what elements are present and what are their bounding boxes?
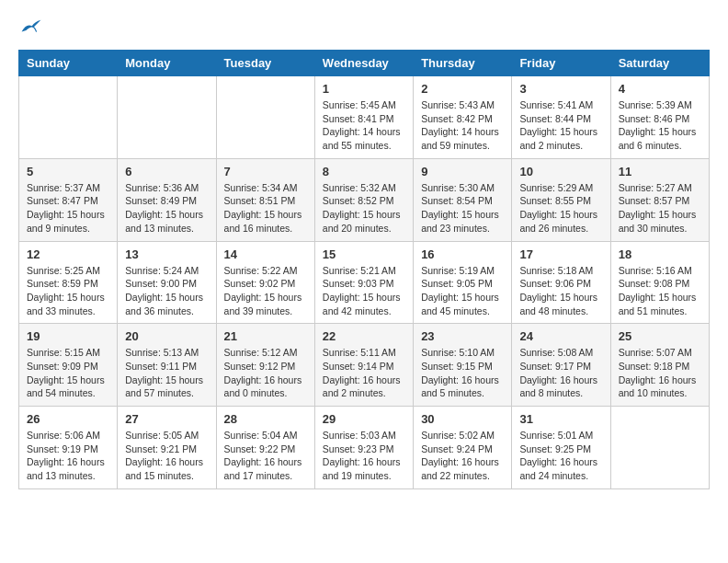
day-info: Sunrise: 5:45 AMSunset: 8:41 PMDaylight:… (323, 98, 405, 153)
day-info: Sunrise: 5:08 AMSunset: 9:17 PMDaylight:… (519, 346, 602, 400)
day-number: 5 (27, 165, 109, 178)
col-header-friday: Friday (512, 51, 610, 76)
calendar-cell: 23Sunrise: 5:10 AMSunset: 9:15 PMDayligh… (414, 324, 512, 407)
day-number: 24 (519, 329, 602, 343)
day-info: Sunrise: 5:18 AMSunset: 9:06 PMDaylight:… (519, 264, 602, 318)
day-number: 4 (619, 82, 701, 96)
day-number: 28 (224, 412, 307, 426)
day-info: Sunrise: 5:37 AMSunset: 8:47 PMDaylight:… (27, 181, 109, 236)
day-number: 30 (421, 412, 504, 426)
day-number: 17 (519, 247, 602, 261)
day-number: 11 (619, 165, 701, 178)
day-info: Sunrise: 5:11 AMSunset: 9:14 PMDaylight:… (323, 346, 405, 400)
day-number: 22 (323, 329, 405, 343)
calendar-cell: 5Sunrise: 5:37 AMSunset: 8:47 PMDaylight… (19, 158, 118, 241)
calendar-cell: 2Sunrise: 5:43 AMSunset: 8:42 PMDaylight… (414, 76, 512, 159)
day-number: 13 (125, 247, 208, 261)
day-number: 31 (519, 412, 602, 426)
calendar-cell (118, 76, 216, 159)
day-number: 27 (125, 412, 208, 426)
day-info: Sunrise: 5:39 AMSunset: 8:46 PMDaylight:… (619, 98, 701, 153)
day-number: 21 (224, 329, 307, 343)
day-number: 16 (421, 247, 504, 261)
calendar-cell: 20Sunrise: 5:13 AMSunset: 9:11 PMDayligh… (118, 324, 216, 407)
calendar-cell: 15Sunrise: 5:21 AMSunset: 9:03 PMDayligh… (314, 241, 413, 324)
calendar-cell: 27Sunrise: 5:05 AMSunset: 9:21 PMDayligh… (118, 407, 216, 489)
day-info: Sunrise: 5:21 AMSunset: 9:03 PMDaylight:… (323, 264, 405, 318)
calendar-cell: 7Sunrise: 5:34 AMSunset: 8:51 PMDaylight… (216, 158, 314, 241)
col-header-saturday: Saturday (610, 51, 709, 76)
calendar-cell: 9Sunrise: 5:30 AMSunset: 8:54 PMDaylight… (414, 158, 512, 241)
day-number: 6 (125, 165, 208, 178)
logo (18, 18, 42, 35)
day-info: Sunrise: 5:27 AMSunset: 8:57 PMDaylight:… (619, 181, 701, 236)
calendar-table: SundayMondayTuesdayWednesdayThursdayFrid… (18, 50, 710, 489)
calendar-cell: 10Sunrise: 5:29 AMSunset: 8:55 PMDayligh… (512, 158, 610, 241)
day-number: 25 (619, 329, 701, 343)
calendar-cell (19, 76, 118, 159)
day-number: 9 (421, 165, 504, 178)
calendar-week-row: 12Sunrise: 5:25 AMSunset: 8:59 PMDayligh… (19, 241, 710, 324)
calendar-week-row: 26Sunrise: 5:06 AMSunset: 9:19 PMDayligh… (19, 407, 710, 489)
day-info: Sunrise: 5:43 AMSunset: 8:42 PMDaylight:… (421, 98, 504, 153)
calendar-cell (610, 407, 709, 489)
day-info: Sunrise: 5:16 AMSunset: 9:08 PMDaylight:… (619, 264, 701, 318)
day-info: Sunrise: 5:04 AMSunset: 9:22 PMDaylight:… (224, 429, 307, 483)
calendar-cell: 3Sunrise: 5:41 AMSunset: 8:44 PMDaylight… (512, 76, 610, 159)
calendar-cell: 26Sunrise: 5:06 AMSunset: 9:19 PMDayligh… (19, 407, 118, 489)
calendar-cell: 16Sunrise: 5:19 AMSunset: 9:05 PMDayligh… (414, 241, 512, 324)
calendar-cell: 30Sunrise: 5:02 AMSunset: 9:24 PMDayligh… (414, 407, 512, 489)
calendar-cell: 11Sunrise: 5:27 AMSunset: 8:57 PMDayligh… (610, 158, 709, 241)
day-number: 1 (323, 82, 405, 96)
day-info: Sunrise: 5:34 AMSunset: 8:51 PMDaylight:… (224, 181, 307, 236)
calendar-cell: 19Sunrise: 5:15 AMSunset: 9:09 PMDayligh… (19, 324, 118, 407)
day-info: Sunrise: 5:22 AMSunset: 9:02 PMDaylight:… (224, 264, 307, 318)
day-number: 8 (323, 165, 405, 178)
day-number: 20 (125, 329, 208, 343)
day-number: 12 (27, 247, 109, 261)
calendar-cell: 8Sunrise: 5:32 AMSunset: 8:52 PMDaylight… (314, 158, 413, 241)
day-info: Sunrise: 5:01 AMSunset: 9:25 PMDaylight:… (519, 429, 602, 483)
day-info: Sunrise: 5:07 AMSunset: 9:18 PMDaylight:… (619, 346, 701, 400)
day-number: 15 (323, 247, 405, 261)
day-info: Sunrise: 5:12 AMSunset: 9:12 PMDaylight:… (224, 346, 307, 400)
calendar-cell: 12Sunrise: 5:25 AMSunset: 8:59 PMDayligh… (19, 241, 118, 324)
day-info: Sunrise: 5:10 AMSunset: 9:15 PMDaylight:… (421, 346, 504, 400)
col-header-monday: Monday (118, 51, 216, 76)
calendar-week-row: 5Sunrise: 5:37 AMSunset: 8:47 PMDaylight… (19, 158, 710, 241)
page-header (18, 18, 710, 35)
calendar-cell: 13Sunrise: 5:24 AMSunset: 9:00 PMDayligh… (118, 241, 216, 324)
day-number: 19 (27, 329, 109, 343)
calendar-cell: 18Sunrise: 5:16 AMSunset: 9:08 PMDayligh… (610, 241, 709, 324)
calendar-week-row: 1Sunrise: 5:45 AMSunset: 8:41 PMDaylight… (19, 76, 710, 159)
calendar-cell: 6Sunrise: 5:36 AMSunset: 8:49 PMDaylight… (118, 158, 216, 241)
day-number: 18 (619, 247, 701, 261)
day-number: 26 (27, 412, 109, 426)
day-info: Sunrise: 5:36 AMSunset: 8:49 PMDaylight:… (125, 181, 208, 236)
calendar-cell: 25Sunrise: 5:07 AMSunset: 9:18 PMDayligh… (610, 324, 709, 407)
day-number: 23 (421, 329, 504, 343)
day-info: Sunrise: 5:19 AMSunset: 9:05 PMDaylight:… (421, 264, 504, 318)
calendar-cell: 1Sunrise: 5:45 AMSunset: 8:41 PMDaylight… (314, 76, 413, 159)
calendar-cell: 24Sunrise: 5:08 AMSunset: 9:17 PMDayligh… (512, 324, 610, 407)
day-info: Sunrise: 5:05 AMSunset: 9:21 PMDaylight:… (125, 429, 208, 483)
day-info: Sunrise: 5:32 AMSunset: 8:52 PMDaylight:… (323, 181, 405, 236)
day-number: 29 (323, 412, 405, 426)
day-info: Sunrise: 5:15 AMSunset: 9:09 PMDaylight:… (27, 346, 109, 400)
day-info: Sunrise: 5:25 AMSunset: 8:59 PMDaylight:… (27, 264, 109, 318)
day-info: Sunrise: 5:24 AMSunset: 9:00 PMDaylight:… (125, 264, 208, 318)
day-info: Sunrise: 5:06 AMSunset: 9:19 PMDaylight:… (27, 429, 109, 483)
col-header-sunday: Sunday (19, 51, 118, 76)
calendar-cell: 29Sunrise: 5:03 AMSunset: 9:23 PMDayligh… (314, 407, 413, 489)
day-info: Sunrise: 5:02 AMSunset: 9:24 PMDaylight:… (421, 429, 504, 483)
calendar-week-row: 19Sunrise: 5:15 AMSunset: 9:09 PMDayligh… (19, 324, 710, 407)
logo-bird-icon (20, 18, 42, 35)
day-info: Sunrise: 5:41 AMSunset: 8:44 PMDaylight:… (519, 98, 602, 153)
day-number: 2 (421, 82, 504, 96)
calendar-cell: 4Sunrise: 5:39 AMSunset: 8:46 PMDaylight… (610, 76, 709, 159)
col-header-thursday: Thursday (414, 51, 512, 76)
calendar-cell: 17Sunrise: 5:18 AMSunset: 9:06 PMDayligh… (512, 241, 610, 324)
day-info: Sunrise: 5:03 AMSunset: 9:23 PMDaylight:… (323, 429, 405, 483)
calendar-cell: 14Sunrise: 5:22 AMSunset: 9:02 PMDayligh… (216, 241, 314, 324)
day-number: 10 (519, 165, 602, 178)
